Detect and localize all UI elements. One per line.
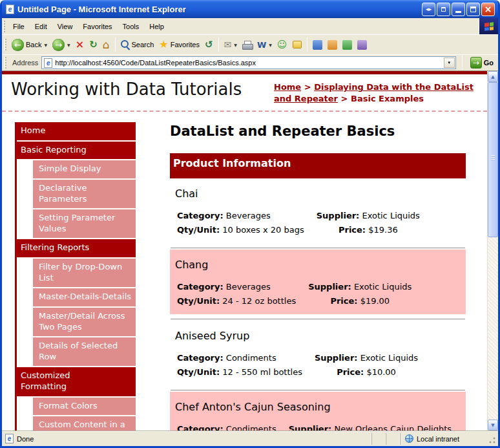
sidebar-item-filtering-reports[interactable]: Filtering Reports bbox=[15, 239, 136, 257]
address-dropdown-button[interactable]: ▼ bbox=[444, 58, 455, 68]
address-input[interactable]: e http://localhost:4560/Code/DataListRep… bbox=[41, 56, 455, 69]
menu-item-help[interactable]: Help bbox=[144, 20, 169, 33]
sidebar-item-simple-display[interactable]: Simple Display bbox=[33, 160, 136, 178]
product-detail-cell: Price: $19.00 bbox=[307, 295, 412, 307]
scrollbar-thumb[interactable] bbox=[488, 82, 498, 237]
messenger-button[interactable]: ☺ bbox=[275, 39, 290, 51]
product-item-chang: ChangCategory: BeveragesSupplier: Exotic… bbox=[170, 250, 466, 314]
search-button[interactable]: Search bbox=[118, 39, 157, 50]
sidebar-item-declarative-parameters[interactable]: Declarative Parameters bbox=[33, 180, 136, 208]
addon-button-4[interactable] bbox=[355, 39, 370, 51]
menu-item-edit[interactable]: Edit bbox=[30, 20, 52, 33]
address-url[interactable]: http://localhost:4560/Code/DataListRepea… bbox=[55, 59, 441, 67]
status-page-icon: e bbox=[5, 434, 14, 443]
addon-button-2[interactable] bbox=[325, 39, 340, 51]
title-bar[interactable]: e Untitled Page - Microsoft Internet Exp… bbox=[2, 0, 498, 18]
scroll-down-button[interactable]: ▼ bbox=[488, 420, 498, 431]
product-item-chef-anton-s-cajun-seasoning: Chef Anton's Cajun SeasoningCategory: Co… bbox=[170, 392, 466, 431]
product-name: Aniseed Syrup bbox=[175, 330, 461, 342]
back-icon: ← bbox=[12, 39, 24, 51]
product-detail-cell: Category: Condiments bbox=[176, 423, 287, 431]
product-detail-cell: Supplier: Exotic Liquids bbox=[314, 352, 419, 364]
sidebar-item-custom-content-in-a[interactable]: Custom Content in a bbox=[33, 416, 136, 431]
page-content: Working with Data Tutorials Home > Displ… bbox=[2, 71, 487, 431]
search-icon bbox=[121, 40, 130, 49]
breadcrumb-separator: > bbox=[341, 94, 348, 103]
product-detail-cell: Price: $10.00 bbox=[314, 366, 419, 378]
sidebar-item-basic-reporting[interactable]: Basic Reporting bbox=[15, 142, 136, 160]
print-button[interactable] bbox=[240, 39, 255, 50]
favorites-button[interactable]: ★ Favorites bbox=[156, 38, 202, 51]
address-gripper[interactable] bbox=[5, 57, 6, 69]
maximize-button[interactable] bbox=[466, 3, 480, 16]
addon-button-3[interactable] bbox=[340, 39, 355, 51]
addon-button-1[interactable] bbox=[310, 39, 325, 51]
browser-window: e Untitled Page - Microsoft Internet Exp… bbox=[0, 0, 500, 448]
scrollbar-track[interactable] bbox=[488, 82, 498, 420]
menu-item-file[interactable]: File bbox=[8, 20, 30, 33]
scroll-up-button[interactable]: ▲ bbox=[488, 71, 498, 82]
discuss-button[interactable] bbox=[290, 39, 304, 50]
toolbar-gripper[interactable] bbox=[5, 39, 6, 50]
breadcrumb-separator: > bbox=[304, 82, 311, 92]
sidebar-item-format-colors[interactable]: Format Colors bbox=[33, 398, 136, 416]
sidebar-item-setting-parameter-values[interactable]: Setting Parameter Values bbox=[33, 209, 136, 238]
sidebar-item-details-of-selected-row[interactable]: Details of Selected Row bbox=[33, 337, 136, 366]
page-body: HomeBasic ReportingSimple DisplayDeclara… bbox=[2, 112, 487, 431]
history-button[interactable]: ↺ bbox=[202, 39, 216, 51]
breadcrumb-current: Basic Examples bbox=[351, 94, 424, 103]
zone-label: Local intranet bbox=[417, 435, 459, 443]
minimize-icon bbox=[455, 11, 461, 13]
status-bar: e Done Local intranet bbox=[2, 431, 498, 446]
site-title: Working with Data Tutorials bbox=[11, 80, 242, 99]
chevron-down-icon: ▼ bbox=[447, 61, 451, 65]
sidebar-item-customized-formatting[interactable]: Customized Formatting bbox=[15, 367, 136, 396]
menu-item-view[interactable]: View bbox=[52, 20, 78, 33]
refresh-button[interactable]: ↻ bbox=[87, 39, 100, 51]
close-button[interactable]: × bbox=[481, 3, 495, 16]
home-icon: ⌂ bbox=[103, 39, 110, 50]
product-name: Chang bbox=[175, 259, 461, 271]
product-separator bbox=[171, 248, 465, 248]
product-detail-cell: Supplier: Exotic Liquids bbox=[316, 209, 421, 222]
home-button[interactable]: ⌂ bbox=[100, 38, 112, 52]
vertical-scrollbar[interactable]: ▲ ▼ bbox=[487, 71, 498, 431]
sidebar-item-master-detail-across-two-pages[interactable]: Master/Detail Across Two Pages bbox=[33, 308, 136, 336]
menu-items: FileEditViewFavoritesToolsHelp bbox=[8, 20, 169, 33]
chevron-down-icon: ▼ bbox=[269, 43, 272, 47]
menu-gripper[interactable] bbox=[3, 21, 5, 32]
product-item-chai: ChaiCategory: BeveragesSupplier: Exotic … bbox=[170, 178, 466, 243]
edit-button[interactable]: W ▼ bbox=[255, 39, 275, 50]
chevron-up-icon: ▲ bbox=[491, 74, 494, 80]
sidebar-item-filter-by-drop-down-list[interactable]: Filter by Drop-Down List bbox=[33, 259, 136, 287]
mail-button[interactable]: ✉ ▼ bbox=[222, 39, 240, 50]
breadcrumb-link-home[interactable]: Home bbox=[274, 82, 301, 92]
ie-page-icon: e bbox=[6, 5, 14, 14]
menu-item-favorites[interactable]: Favorites bbox=[78, 20, 117, 33]
go-button[interactable]: → Go bbox=[468, 56, 495, 69]
resize-grip[interactable] bbox=[487, 432, 497, 445]
minimize-button[interactable] bbox=[452, 3, 465, 16]
extra-window-button-2[interactable] bbox=[437, 3, 450, 16]
history-icon: ↺ bbox=[205, 40, 213, 50]
restore-icon bbox=[441, 7, 446, 12]
status-text: Done bbox=[17, 435, 34, 443]
back-button[interactable]: ← Back ▼ bbox=[9, 37, 50, 52]
windows-flag-icon bbox=[479, 18, 498, 34]
extra-window-button-1[interactable]: ◂▸ bbox=[422, 3, 435, 16]
stop-button[interactable]: × bbox=[73, 38, 87, 51]
product-detail-cell: Category: Beverages bbox=[176, 281, 306, 293]
product-details-table: Category: BeveragesSupplier: Exotic Liqu… bbox=[175, 208, 422, 238]
address-label: Address bbox=[12, 59, 38, 67]
addon-icon-4 bbox=[357, 40, 367, 50]
product-details-table: Category: BeveragesSupplier: Exotic Liqu… bbox=[175, 279, 413, 309]
toolbar-separator bbox=[218, 37, 219, 52]
breadcrumb: Home > Displaying Data with the DataList… bbox=[274, 81, 479, 104]
product-detail-cell: Supplier: Exotic Liquids bbox=[307, 281, 412, 293]
menu-item-tools[interactable]: Tools bbox=[118, 20, 145, 33]
product-list: ChaiCategory: BeveragesSupplier: Exotic … bbox=[170, 178, 466, 431]
security-zone-pane[interactable]: Local intranet bbox=[400, 433, 487, 445]
sidebar-item-master-details-details[interactable]: Master-Details-Details bbox=[33, 288, 136, 306]
forward-button[interactable]: → ▼ bbox=[50, 37, 73, 52]
sidebar-item-home[interactable]: Home bbox=[15, 122, 136, 140]
